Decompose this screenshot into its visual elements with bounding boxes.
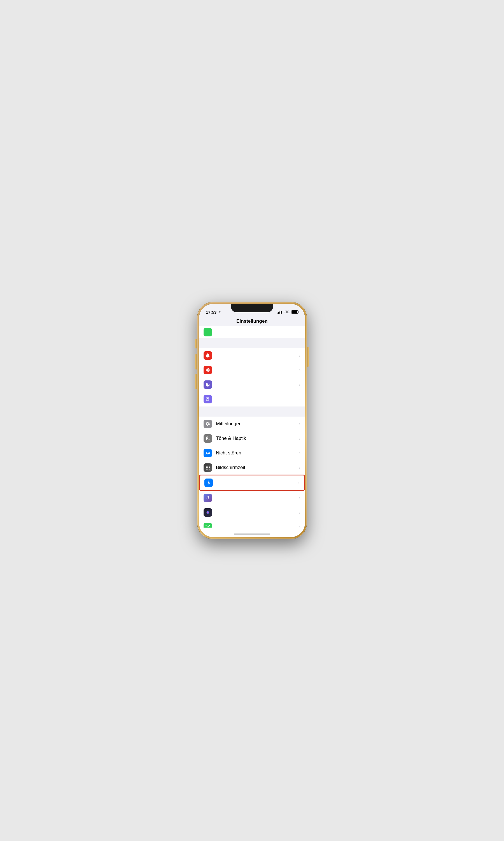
faceid-chevron: › [299, 525, 301, 528]
anzeige-label: Nicht stören [216, 450, 297, 456]
faceid-svg [205, 525, 210, 528]
settings-row-toene[interactable]: › [199, 363, 305, 377]
partial-icon [203, 328, 212, 337]
battery-fill [292, 311, 297, 313]
accessibility-svg [206, 480, 211, 485]
status-time: 17:53 ↗ [206, 310, 221, 314]
phone-screen: 17:53 ↗ LTE Einstellung [199, 304, 305, 537]
bildschirmzeit-icon [203, 395, 212, 404]
toene-icon [203, 366, 212, 374]
settings-row-anzeige[interactable]: AA Nicht stören › [199, 446, 305, 460]
mute-button [195, 339, 197, 348]
bedienungshilfen-chevron: › [298, 480, 300, 485]
svg-rect-8 [209, 466, 210, 466]
bedienungshilfen-icon [204, 479, 213, 487]
settings-row-nicht-stoeren[interactable]: › [199, 377, 305, 392]
nicht-stoeren-icon [203, 380, 212, 389]
settings-row-siri[interactable]: › [199, 505, 305, 520]
allgemein-icon [203, 420, 212, 428]
screen-content: 17:53 ↗ LTE Einstellung [199, 304, 305, 537]
hourglass-svg [205, 397, 210, 402]
volume-up-button [195, 354, 197, 370]
home-bar [234, 533, 270, 535]
svg-rect-14 [209, 469, 210, 469]
location-icon: ↗ [218, 310, 221, 314]
settings-row-home[interactable]: Bildschirmzeit › [199, 460, 305, 475]
mitteilungen-chevron: › [299, 353, 301, 358]
hintergrundbild-icon [203, 494, 212, 502]
status-right-icons: LTE [277, 310, 298, 314]
aa-text: AA [205, 451, 210, 455]
kontrollzentrum-chevron: › [299, 436, 301, 441]
svg-rect-10 [208, 467, 208, 468]
top-partial-group: › [199, 326, 305, 338]
home-chevron: › [299, 465, 301, 470]
top-partial-row[interactable]: › [199, 326, 305, 338]
svg-point-15 [208, 481, 209, 482]
settings-row-allgemein[interactable]: Mitteilungen › [199, 416, 305, 431]
nicht-stoeren-chevron: › [299, 382, 301, 387]
dots-svg [205, 465, 210, 470]
svg-rect-11 [209, 467, 210, 468]
signal-bar-4 [281, 311, 282, 314]
phone-frame: 17:53 ↗ LTE Einstellung [197, 302, 307, 539]
settings-row-faceid[interactable]: › [199, 520, 305, 528]
svg-rect-13 [208, 469, 208, 469]
svg-rect-7 [208, 466, 208, 466]
siri-icon [203, 508, 212, 517]
home-label: Bildschirmzeit [216, 465, 297, 470]
bildschirmzeit-chevron: › [299, 397, 301, 401]
svg-rect-9 [206, 467, 206, 468]
section-gap-1 [199, 338, 305, 348]
settings-row-hintergrundbild[interactable]: › [199, 491, 305, 505]
settings-scroll[interactable]: › › [199, 326, 305, 528]
notch [231, 304, 273, 312]
signal-strength [277, 310, 282, 314]
signal-bar-1 [277, 313, 277, 314]
svg-point-18 [208, 526, 209, 527]
siri-svg [205, 510, 210, 515]
general-group: Mitteilungen › [199, 416, 305, 528]
allgemein-chevron: › [299, 422, 301, 426]
home-icon [203, 463, 212, 472]
svg-point-17 [207, 526, 208, 527]
settings-row-bedienungshilfen[interactable]: › [199, 475, 305, 491]
mitteilungen-icon [203, 351, 212, 360]
svg-rect-12 [206, 469, 206, 469]
svg-rect-6 [206, 466, 206, 466]
siri-chevron: › [299, 510, 301, 515]
signal-bar-2 [278, 312, 279, 314]
time-display: 17:53 [206, 310, 216, 314]
faceid-icon [203, 523, 212, 528]
anzeige-icon: AA [203, 449, 212, 457]
sliders-svg [205, 436, 210, 441]
partial-chevron: › [299, 330, 301, 334]
svg-point-16 [206, 511, 209, 514]
settings-row-mitteilungen[interactable]: › [199, 348, 305, 363]
home-indicator[interactable] [199, 528, 305, 537]
signal-bar-3 [280, 311, 280, 314]
bell-svg [205, 353, 210, 358]
toene-chevron: › [299, 368, 301, 372]
kontrollzentrum-label: Töne & Haptik [216, 436, 297, 441]
lte-label: LTE [283, 310, 289, 314]
moon-svg [205, 382, 210, 387]
allgemein-label: Mitteilungen [216, 421, 297, 427]
power-button [307, 347, 309, 367]
gear-svg [205, 421, 210, 426]
anzeige-chevron: › [299, 451, 301, 455]
section-gap-2 [199, 407, 305, 416]
settings-row-kontrollzentrum[interactable]: Töne & Haptik › [199, 431, 305, 446]
flower-svg [205, 495, 210, 500]
hintergrundbild-chevron: › [299, 496, 301, 500]
navigation-title: Einstellungen [199, 316, 305, 326]
battery-indicator [291, 310, 298, 314]
sound-svg [205, 367, 210, 373]
kontrollzentrum-icon [203, 434, 212, 443]
volume-down-button [195, 374, 197, 389]
notifications-group: › › [199, 348, 305, 407]
settings-row-bildschirmzeit[interactable]: › [199, 392, 305, 407]
